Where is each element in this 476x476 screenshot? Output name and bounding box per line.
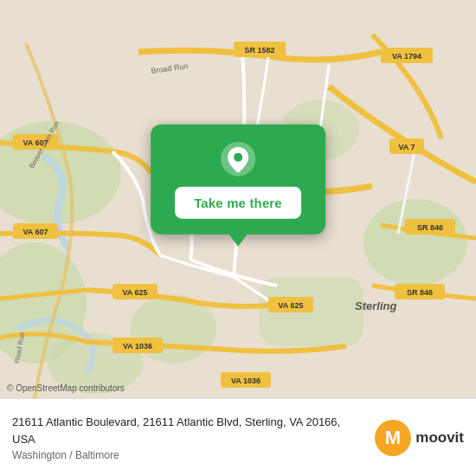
svg-text:VA 607: VA 607 [23, 228, 48, 236]
popup-tail [228, 233, 248, 247]
svg-text:VA 1794: VA 1794 [392, 52, 421, 61]
address-section: 21611 Atlantic Boulevard, 21611 Atlantic… [12, 414, 361, 461]
take-me-there-button[interactable]: Take me there [175, 187, 301, 219]
svg-text:VA 7: VA 7 [398, 143, 415, 151]
svg-text:SR 846: SR 846 [407, 288, 433, 297]
svg-text:SR 1582: SR 1582 [244, 46, 274, 55]
svg-point-3 [363, 199, 467, 286]
svg-point-37 [234, 153, 242, 162]
svg-text:VA 625: VA 625 [122, 288, 147, 297]
map-container[interactable]: VA 607 SR 1582 VA 1794 VA 7 VA 1582 VA 6… [0, 0, 476, 398]
svg-text:VA 1036: VA 1036 [231, 376, 261, 385]
svg-text:Sterling: Sterling [355, 299, 396, 312]
moovit-text: moovit [415, 429, 464, 447]
svg-text:VA 1036: VA 1036 [123, 342, 152, 351]
svg-text:M: M [385, 427, 401, 448]
popup-card: Take me there [151, 125, 325, 235]
address-line: 21611 Atlantic Boulevard, 21611 Atlantic… [12, 414, 361, 447]
svg-text:VA 625: VA 625 [278, 301, 303, 310]
moovit-logo: M moovit [375, 420, 464, 456]
info-bar: 21611 Atlantic Boulevard, 21611 Atlantic… [0, 398, 476, 476]
osm-credit: © OpenStreetMap contributors [7, 383, 125, 393]
location-pin-icon [219, 140, 257, 178]
moovit-icon: M [375, 420, 411, 456]
service-line: Washington / Baltimore [12, 449, 361, 461]
svg-text:SR 846: SR 846 [417, 223, 443, 232]
